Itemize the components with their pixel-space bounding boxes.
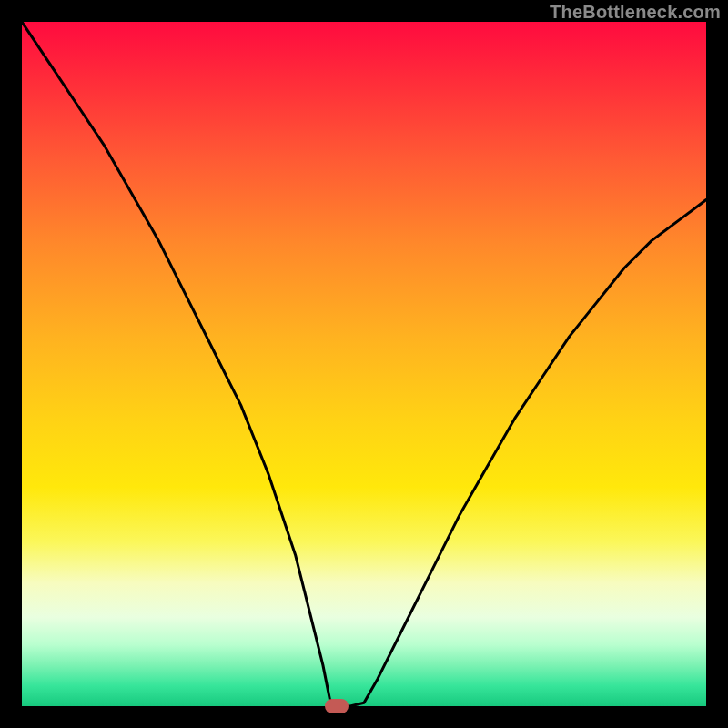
- plot-area: [22, 22, 706, 706]
- watermark-text: TheBottleneck.com: [550, 2, 721, 23]
- minimum-marker: [325, 699, 349, 713]
- chart-frame: TheBottleneck.com: [0, 0, 728, 728]
- bottleneck-curve: [22, 22, 706, 706]
